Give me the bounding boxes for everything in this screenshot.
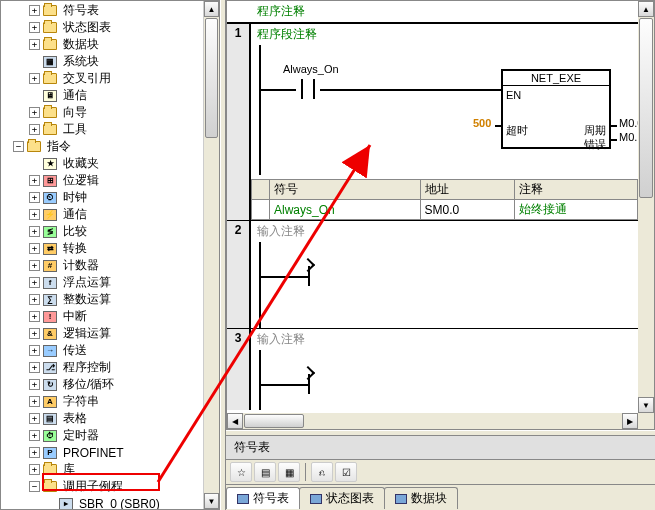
pin-value-timeout[interactable]: 500	[473, 117, 491, 129]
folder-icon	[42, 21, 58, 35]
program-comment[interactable]: 程序注释	[227, 1, 638, 24]
tree-item[interactable]: +PPROFINET	[1, 444, 219, 461]
expand-toggle[interactable]: +	[29, 362, 40, 373]
tool-button[interactable]: ▦	[278, 462, 300, 482]
expand-toggle[interactable]: −	[29, 481, 40, 492]
tree-item[interactable]: +&逻辑运算	[1, 325, 219, 342]
pin-en: EN	[506, 89, 521, 101]
scroll-down-button[interactable]: ▼	[204, 493, 219, 509]
expand-toggle[interactable]: +	[29, 107, 40, 118]
contact[interactable]	[296, 79, 320, 99]
expand-toggle[interactable]: +	[29, 464, 40, 475]
tree-item[interactable]: +∑整数运算	[1, 291, 219, 308]
network[interactable]: 1 程序段注释 Always_On NET_EXE EN	[227, 24, 638, 221]
tree-item[interactable]: 🖥通信	[1, 87, 219, 104]
tree-item[interactable]: +↻移位/循环	[1, 376, 219, 393]
editor-scrollbar-h[interactable]: ◀ ▶	[227, 413, 638, 429]
pin-cycle: 周期	[584, 123, 606, 138]
tree-item[interactable]: +交叉引用	[1, 70, 219, 87]
tab-data-block[interactable]: 数据块	[384, 487, 458, 509]
tree-item[interactable]: +#计数器	[1, 257, 219, 274]
network[interactable]: 2 输入注释	[227, 221, 638, 329]
tree-item[interactable]: +⚡通信	[1, 206, 219, 223]
expand-toggle[interactable]: +	[29, 243, 40, 254]
editor-scrollbar-v[interactable]: ▲ ▼	[638, 1, 654, 413]
expand-toggle[interactable]: +	[29, 124, 40, 135]
folder-icon	[42, 4, 58, 18]
expand-toggle[interactable]: +	[29, 379, 40, 390]
tree-item[interactable]: ▸SBR_0 (SBR0)	[1, 495, 219, 509]
scroll-down-button[interactable]: ▼	[638, 397, 654, 413]
symbol-table-inline[interactable]: 符号 地址 注释 Always_On SM0.0 始终接通	[251, 179, 638, 220]
scroll-thumb[interactable]	[205, 18, 218, 138]
expand-toggle[interactable]: +	[29, 430, 40, 441]
expand-toggle[interactable]: +	[29, 345, 40, 356]
expand-toggle[interactable]: +	[29, 328, 40, 339]
expand-toggle[interactable]: +	[29, 192, 40, 203]
expand-toggle[interactable]: +	[29, 260, 40, 271]
expand-toggle[interactable]: +	[29, 396, 40, 407]
expand-toggle[interactable]: +	[29, 73, 40, 84]
tree-item[interactable]: ★收藏夹	[1, 155, 219, 172]
tree-item[interactable]: +⊞位逻辑	[1, 172, 219, 189]
tree-item[interactable]: +⇄转换	[1, 240, 219, 257]
scroll-up-button[interactable]: ▲	[204, 1, 219, 17]
expand-toggle[interactable]: +	[29, 5, 40, 16]
tree-item[interactable]: +→传送	[1, 342, 219, 359]
expand-toggle[interactable]: +	[29, 294, 40, 305]
ladder-editor[interactable]: 程序注释 1 程序段注释 Always_On NET_EXE	[226, 0, 655, 430]
scroll-thumb[interactable]	[244, 414, 304, 428]
tree-scrollbar[interactable]: ▲ ▼	[203, 1, 219, 509]
tree-item[interactable]: +符号表	[1, 2, 219, 19]
network-comment[interactable]: 程序段注释	[251, 24, 638, 45]
expand-toggle[interactable]: +	[29, 226, 40, 237]
table-row[interactable]: Always_On SM0.0 始终接通	[252, 200, 638, 220]
tool-button[interactable]: ☆	[230, 462, 252, 482]
network[interactable]: 3 输入注释	[227, 329, 638, 410]
tree-item-label: 收藏夹	[61, 155, 101, 172]
scroll-thumb[interactable]	[639, 18, 653, 198]
tool-button[interactable]: ▤	[254, 462, 276, 482]
project-tree[interactable]: +符号表+状态图表+数据块▦系统块+交叉引用🖥通信+向导+工具−指令★收藏夹+⊞…	[1, 1, 219, 509]
tree-item[interactable]: +f浮点运算	[1, 274, 219, 291]
expand-toggle[interactable]: +	[29, 209, 40, 220]
expand-toggle[interactable]: +	[29, 277, 40, 288]
tree-item[interactable]: +⎇程序控制	[1, 359, 219, 376]
tree-item[interactable]: +状态图表	[1, 19, 219, 36]
tab-symbol-table[interactable]: 符号表	[226, 487, 300, 509]
tool-button[interactable]: ☑	[335, 462, 357, 482]
scroll-right-button[interactable]: ▶	[622, 413, 638, 429]
tree-item[interactable]: ▦系统块	[1, 53, 219, 70]
pin-value-cycle[interactable]: M0.0	[619, 117, 638, 129]
tree-item[interactable]: +!中断	[1, 308, 219, 325]
tree-item[interactable]: −指令	[1, 138, 219, 155]
tree-item[interactable]: +≶比较	[1, 223, 219, 240]
expand-toggle[interactable]: −	[13, 141, 24, 152]
tree-item[interactable]: +▤表格	[1, 410, 219, 427]
expand-toggle[interactable]: +	[29, 39, 40, 50]
tree-item[interactable]: +A字符串	[1, 393, 219, 410]
tool-button[interactable]: ⎌	[311, 462, 333, 482]
function-block[interactable]: NET_EXE EN 超时 周期 错误	[501, 69, 611, 149]
pin-value-err[interactable]: M0.1	[619, 131, 638, 143]
expand-toggle[interactable]: +	[29, 175, 40, 186]
expand-toggle[interactable]: +	[29, 22, 40, 33]
tree-item[interactable]: +向导	[1, 104, 219, 121]
network-comment[interactable]: 输入注释	[251, 221, 638, 242]
tree-item[interactable]: +⏱定时器	[1, 427, 219, 444]
expand-toggle[interactable]: +	[29, 311, 40, 322]
expand-toggle[interactable]: +	[29, 447, 40, 458]
tree-item-label: SBR_0 (SBR0)	[77, 497, 162, 510]
tree-item[interactable]: +⏲时钟	[1, 189, 219, 206]
scroll-up-button[interactable]: ▲	[638, 1, 654, 17]
tree-item[interactable]: +数据块	[1, 36, 219, 53]
tree-item[interactable]: +工具	[1, 121, 219, 138]
folder-icon	[42, 106, 58, 120]
expand-toggle[interactable]: +	[29, 413, 40, 424]
tree-item-label: 整数运算	[61, 291, 113, 308]
item-icon: ▦	[42, 55, 58, 69]
scroll-left-button[interactable]: ◀	[227, 413, 243, 429]
tab-status-chart[interactable]: 状态图表	[299, 487, 385, 509]
right-panel: 程序注释 1 程序段注释 Always_On NET_EXE	[226, 0, 655, 510]
network-comment[interactable]: 输入注释	[251, 329, 638, 350]
